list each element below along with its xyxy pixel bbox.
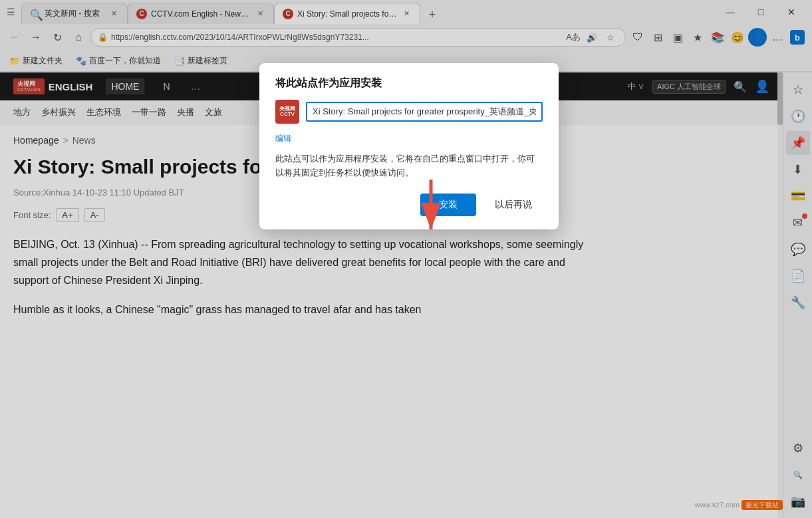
dialog-app-name-row: 央视网 CCTV <box>275 100 543 124</box>
install-dialog: 将此站点作为应用安装 央视网 CCTV 编辑 此站点可以作为应用程序安装，它将在… <box>259 63 559 229</box>
arrow-container <box>411 180 451 242</box>
dialog-app-icon-inner: 央视网 CCTV <box>275 100 299 124</box>
dialog-edit-btn[interactable]: 编辑 <box>275 133 291 144</box>
red-arrow-icon <box>411 180 451 239</box>
dialog-actions: 安装 以后再说 <box>275 194 543 216</box>
dialog-app-name-input[interactable] <box>306 102 543 122</box>
dialog-title: 将此站点作为应用安装 <box>275 76 543 90</box>
dialog-app-icon: 央视网 CCTV <box>275 100 299 124</box>
dialog-body: 此站点可以作为应用程序安装，它将在自己的重点窗口中打开，你可以将其固定到任务栏以… <box>275 152 543 180</box>
later-btn[interactable]: 以后再说 <box>484 194 543 216</box>
